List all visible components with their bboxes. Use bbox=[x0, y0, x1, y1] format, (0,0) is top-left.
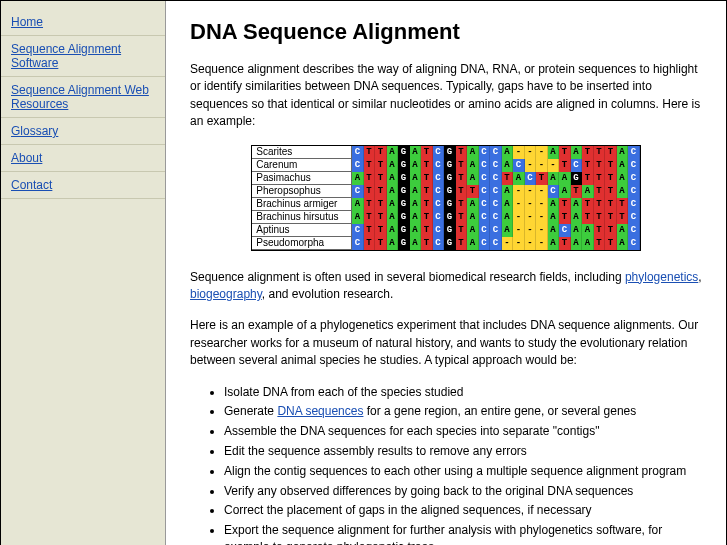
base-cell: A bbox=[387, 159, 399, 172]
base-cell: A bbox=[352, 211, 364, 224]
base-cell: T bbox=[421, 159, 433, 172]
base-cell: C bbox=[352, 159, 364, 172]
nav-glossary[interactable]: Glossary bbox=[1, 118, 165, 145]
base-cell: G bbox=[398, 172, 410, 185]
base-cell: A bbox=[571, 146, 583, 159]
base-cell: C bbox=[433, 237, 445, 250]
base-cell: A bbox=[387, 211, 399, 224]
base-cell: T bbox=[582, 198, 594, 211]
base-cell: G bbox=[444, 159, 456, 172]
base-cell: A bbox=[617, 159, 629, 172]
species-label: Brachinus hirsutus bbox=[252, 211, 352, 224]
base-cell: T bbox=[605, 172, 617, 185]
base-cell: T bbox=[456, 237, 468, 250]
text: Generate bbox=[224, 404, 277, 418]
base-cell: T bbox=[456, 198, 468, 211]
list-item: Generate DNA sequences for a gene region… bbox=[224, 403, 702, 420]
nav-software[interactable]: Sequence Alignment Software bbox=[1, 36, 165, 77]
base-cell: G bbox=[444, 224, 456, 237]
base-cell: A bbox=[582, 185, 594, 198]
base-cell: G bbox=[398, 211, 410, 224]
base-cell: - bbox=[536, 185, 548, 198]
list-item: Correct the placement of gaps in the ali… bbox=[224, 502, 702, 519]
base-cell: C bbox=[433, 172, 445, 185]
base-cell: C bbox=[433, 146, 445, 159]
base-cell: C bbox=[479, 185, 491, 198]
base-cell: T bbox=[605, 198, 617, 211]
base-cell: T bbox=[502, 172, 514, 185]
nav-home[interactable]: Home bbox=[1, 9, 165, 36]
base-cell: T bbox=[456, 185, 468, 198]
base-cell: T bbox=[559, 198, 571, 211]
link-biogeography[interactable]: biogeography bbox=[190, 287, 262, 301]
base-cell: G bbox=[444, 211, 456, 224]
base-cell: A bbox=[502, 185, 514, 198]
base-cell: T bbox=[456, 146, 468, 159]
base-cell: T bbox=[605, 211, 617, 224]
base-cell: C bbox=[352, 185, 364, 198]
base-cell: C bbox=[559, 224, 571, 237]
base-cell: C bbox=[490, 146, 502, 159]
base-cell: A bbox=[410, 159, 422, 172]
base-cell: - bbox=[525, 237, 537, 250]
base-cell: C bbox=[628, 185, 640, 198]
base-cell: - bbox=[536, 237, 548, 250]
base-cell: A bbox=[387, 237, 399, 250]
base-cell: C bbox=[490, 185, 502, 198]
base-cell: C bbox=[433, 198, 445, 211]
link-dna-sequences[interactable]: DNA sequences bbox=[277, 404, 363, 418]
base-cell: T bbox=[375, 172, 387, 185]
base-cell: A bbox=[559, 185, 571, 198]
base-cell: C bbox=[479, 224, 491, 237]
base-cell: A bbox=[548, 237, 560, 250]
base-cell: T bbox=[364, 237, 376, 250]
base-cell: A bbox=[502, 159, 514, 172]
text: , bbox=[698, 270, 701, 284]
base-cell: - bbox=[525, 224, 537, 237]
base-cell: C bbox=[490, 237, 502, 250]
base-cell: C bbox=[513, 159, 525, 172]
base-cell: A bbox=[387, 185, 399, 198]
base-cell: T bbox=[375, 185, 387, 198]
example-paragraph: Here is an example of a phylogenetics ex… bbox=[190, 317, 702, 369]
base-cell: A bbox=[387, 146, 399, 159]
base-cell: T bbox=[364, 198, 376, 211]
base-cell: T bbox=[456, 172, 468, 185]
base-cell: C bbox=[433, 211, 445, 224]
base-cell: C bbox=[433, 185, 445, 198]
base-cell: T bbox=[582, 146, 594, 159]
base-cell: A bbox=[387, 224, 399, 237]
species-label: Pseudomorpha bbox=[252, 237, 352, 250]
base-cell: - bbox=[513, 224, 525, 237]
base-cell: T bbox=[375, 237, 387, 250]
base-cell: G bbox=[444, 185, 456, 198]
base-cell: T bbox=[594, 146, 606, 159]
base-cell: - bbox=[548, 159, 560, 172]
base-cell: T bbox=[582, 172, 594, 185]
nav-about[interactable]: About bbox=[1, 145, 165, 172]
base-cell: G bbox=[398, 159, 410, 172]
sidebar: Home Sequence Alignment Software Sequenc… bbox=[1, 1, 166, 545]
nav-contact[interactable]: Contact bbox=[1, 172, 165, 199]
base-cell: G bbox=[398, 146, 410, 159]
alignment-figure: ScaritesCTTAGATCGTACCA---ATATTTACCarenum… bbox=[190, 145, 702, 251]
usage-paragraph: Sequence alignment is often used in seve… bbox=[190, 269, 702, 304]
nav-web-resources[interactable]: Sequence Alignment Web Resources bbox=[1, 77, 165, 118]
list-item: Export the sequence alignment for furthe… bbox=[224, 522, 702, 545]
base-cell: - bbox=[502, 237, 514, 250]
alignment-row: Brachinus armigerATTAGATCGTACCA---ATATTT… bbox=[252, 198, 640, 211]
alignment-row: AptinusCTTAGATCGTACCA---ACAATTAC bbox=[252, 224, 640, 237]
species-label: Aptinus bbox=[252, 224, 352, 237]
base-cell: T bbox=[364, 211, 376, 224]
base-cell: A bbox=[410, 185, 422, 198]
base-cell: A bbox=[617, 237, 629, 250]
base-cell: A bbox=[467, 146, 479, 159]
base-cell: T bbox=[456, 159, 468, 172]
base-cell: - bbox=[525, 146, 537, 159]
base-cell: C bbox=[479, 237, 491, 250]
link-phylogenetics[interactable]: phylogenetics bbox=[625, 270, 698, 284]
base-cell: A bbox=[410, 211, 422, 224]
base-cell: A bbox=[548, 198, 560, 211]
base-cell: A bbox=[617, 172, 629, 185]
base-cell: - bbox=[536, 146, 548, 159]
